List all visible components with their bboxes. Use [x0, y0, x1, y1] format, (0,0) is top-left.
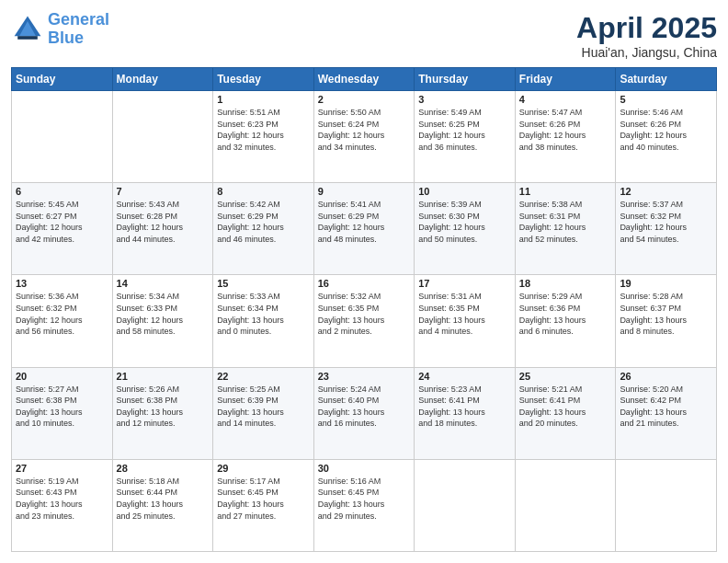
header-saturday: Saturday: [616, 68, 717, 91]
day-info: Sunrise: 5:42 AM Sunset: 6:29 PM Dayligh…: [217, 199, 310, 245]
day-number: 6: [16, 186, 108, 197]
day-number: 21: [117, 371, 210, 382]
day-info: Sunrise: 5:19 AM Sunset: 6:43 PM Dayligh…: [16, 476, 108, 522]
calendar-cell-w1-d6: 4Sunrise: 5:47 AM Sunset: 6:26 PM Daylig…: [515, 91, 616, 183]
calendar-cell-w2-d7: 12Sunrise: 5:37 AM Sunset: 6:32 PM Dayli…: [616, 183, 717, 275]
day-number: 26: [620, 371, 712, 382]
day-info: Sunrise: 5:31 AM Sunset: 6:35 PM Dayligh…: [418, 291, 511, 337]
calendar-cell-w4-d5: 24Sunrise: 5:23 AM Sunset: 6:41 PM Dayli…: [415, 367, 516, 459]
day-number: 22: [217, 371, 310, 382]
title-block: April 2025 Huai'an, Jiangsu, China: [576, 11, 717, 60]
day-number: 20: [16, 371, 108, 382]
day-info: Sunrise: 5:24 AM Sunset: 6:40 PM Dayligh…: [318, 384, 411, 430]
calendar-title: April 2025: [576, 11, 717, 45]
calendar-cell-w2-d1: 6Sunrise: 5:45 AM Sunset: 6:27 PM Daylig…: [12, 183, 113, 275]
calendar-cell-w4-d1: 20Sunrise: 5:27 AM Sunset: 6:38 PM Dayli…: [12, 367, 113, 459]
calendar-cell-w1-d3: 1Sunrise: 5:51 AM Sunset: 6:23 PM Daylig…: [213, 91, 314, 183]
day-info: Sunrise: 5:38 AM Sunset: 6:31 PM Dayligh…: [519, 199, 612, 245]
day-number: 16: [318, 278, 411, 289]
header-tuesday: Tuesday: [213, 68, 314, 91]
calendar-cell-w5-d7: [616, 459, 717, 551]
day-number: 28: [117, 463, 210, 474]
day-info: Sunrise: 5:28 AM Sunset: 6:37 PM Dayligh…: [620, 291, 712, 337]
calendar-cell-w2-d5: 10Sunrise: 5:39 AM Sunset: 6:30 PM Dayli…: [415, 183, 516, 275]
day-number: 2: [318, 94, 411, 105]
page: General Blue April 2025 Huai'an, Jiangsu…: [0, 0, 728, 563]
calendar-cell-w1-d4: 2Sunrise: 5:50 AM Sunset: 6:24 PM Daylig…: [313, 91, 415, 183]
calendar-cell-w5-d6: [515, 459, 616, 551]
logo: General Blue: [11, 11, 109, 48]
day-info: Sunrise: 5:36 AM Sunset: 6:32 PM Dayligh…: [16, 291, 108, 337]
day-info: Sunrise: 5:21 AM Sunset: 6:41 PM Dayligh…: [519, 384, 612, 430]
week-row-1: 1Sunrise: 5:51 AM Sunset: 6:23 PM Daylig…: [12, 91, 717, 183]
day-info: Sunrise: 5:20 AM Sunset: 6:42 PM Dayligh…: [620, 384, 712, 430]
day-info: Sunrise: 5:18 AM Sunset: 6:44 PM Dayligh…: [117, 476, 210, 522]
calendar-cell-w4-d3: 22Sunrise: 5:25 AM Sunset: 6:39 PM Dayli…: [213, 367, 314, 459]
header-wednesday: Wednesday: [313, 68, 415, 91]
calendar-cell-w3-d6: 18Sunrise: 5:29 AM Sunset: 6:36 PM Dayli…: [515, 275, 616, 367]
day-info: Sunrise: 5:25 AM Sunset: 6:39 PM Dayligh…: [217, 384, 310, 430]
calendar-cell-w3-d4: 16Sunrise: 5:32 AM Sunset: 6:35 PM Dayli…: [313, 275, 415, 367]
day-number: 7: [117, 186, 210, 197]
day-number: 18: [519, 278, 612, 289]
day-number: 27: [16, 463, 108, 474]
calendar-cell-w3-d5: 17Sunrise: 5:31 AM Sunset: 6:35 PM Dayli…: [415, 275, 516, 367]
day-number: 13: [16, 278, 108, 289]
header-monday: Monday: [112, 68, 213, 91]
calendar-cell-w5-d5: [415, 459, 516, 551]
calendar-cell-w3-d7: 19Sunrise: 5:28 AM Sunset: 6:37 PM Dayli…: [616, 275, 717, 367]
svg-rect-2: [17, 36, 38, 40]
calendar-cell-w2-d4: 9Sunrise: 5:41 AM Sunset: 6:29 PM Daylig…: [313, 183, 415, 275]
day-info: Sunrise: 5:47 AM Sunset: 6:26 PM Dayligh…: [519, 107, 612, 153]
calendar-subtitle: Huai'an, Jiangsu, China: [576, 45, 717, 60]
day-number: 4: [519, 94, 612, 105]
calendar-cell-w2-d3: 8Sunrise: 5:42 AM Sunset: 6:29 PM Daylig…: [213, 183, 314, 275]
day-number: 12: [620, 186, 712, 197]
calendar-cell-w5-d4: 30Sunrise: 5:16 AM Sunset: 6:45 PM Dayli…: [313, 459, 415, 551]
day-number: 15: [217, 278, 310, 289]
day-info: Sunrise: 5:49 AM Sunset: 6:25 PM Dayligh…: [418, 107, 511, 153]
calendar-cell-w5-d2: 28Sunrise: 5:18 AM Sunset: 6:44 PM Dayli…: [112, 459, 213, 551]
week-row-2: 6Sunrise: 5:45 AM Sunset: 6:27 PM Daylig…: [12, 183, 717, 275]
day-info: Sunrise: 5:46 AM Sunset: 6:26 PM Dayligh…: [620, 107, 712, 153]
day-info: Sunrise: 5:43 AM Sunset: 6:28 PM Dayligh…: [117, 199, 210, 245]
day-number: 11: [519, 186, 612, 197]
day-info: Sunrise: 5:50 AM Sunset: 6:24 PM Dayligh…: [318, 107, 411, 153]
header-friday: Friday: [515, 68, 616, 91]
header-thursday: Thursday: [415, 68, 516, 91]
day-info: Sunrise: 5:29 AM Sunset: 6:36 PM Dayligh…: [519, 291, 612, 337]
calendar-cell-w4-d4: 23Sunrise: 5:24 AM Sunset: 6:40 PM Dayli…: [313, 367, 415, 459]
day-info: Sunrise: 5:45 AM Sunset: 6:27 PM Dayligh…: [16, 199, 108, 245]
day-number: 24: [418, 371, 511, 382]
day-info: Sunrise: 5:16 AM Sunset: 6:45 PM Dayligh…: [318, 476, 411, 522]
day-number: 9: [318, 186, 411, 197]
calendar-cell-w2-d6: 11Sunrise: 5:38 AM Sunset: 6:31 PM Dayli…: [515, 183, 616, 275]
day-number: 29: [217, 463, 310, 474]
week-row-3: 13Sunrise: 5:36 AM Sunset: 6:32 PM Dayli…: [12, 275, 717, 367]
day-number: 8: [217, 186, 310, 197]
calendar-cell-w3-d2: 14Sunrise: 5:34 AM Sunset: 6:33 PM Dayli…: [112, 275, 213, 367]
day-number: 19: [620, 278, 712, 289]
logo-general: General: [48, 10, 109, 29]
calendar-cell-w1-d2: [112, 91, 213, 183]
day-number: 3: [418, 94, 511, 105]
calendar-cell-w4-d6: 25Sunrise: 5:21 AM Sunset: 6:41 PM Dayli…: [515, 367, 616, 459]
calendar-table: Sunday Monday Tuesday Wednesday Thursday…: [11, 67, 717, 552]
day-info: Sunrise: 5:39 AM Sunset: 6:30 PM Dayligh…: [418, 199, 511, 245]
header: General Blue April 2025 Huai'an, Jiangsu…: [11, 11, 717, 60]
calendar-cell-w5-d1: 27Sunrise: 5:19 AM Sunset: 6:43 PM Dayli…: [12, 459, 113, 551]
calendar-cell-w4-d2: 21Sunrise: 5:26 AM Sunset: 6:38 PM Dayli…: [112, 367, 213, 459]
day-info: Sunrise: 5:32 AM Sunset: 6:35 PM Dayligh…: [318, 291, 411, 337]
day-number: 14: [117, 278, 210, 289]
calendar-cell-w1-d5: 3Sunrise: 5:49 AM Sunset: 6:25 PM Daylig…: [415, 91, 516, 183]
day-number: 10: [418, 186, 511, 197]
logo-text: General Blue: [48, 11, 109, 48]
calendar-cell-w3-d3: 15Sunrise: 5:33 AM Sunset: 6:34 PM Dayli…: [213, 275, 314, 367]
logo-icon: [11, 13, 44, 46]
weekday-header-row: Sunday Monday Tuesday Wednesday Thursday…: [12, 68, 717, 91]
header-sunday: Sunday: [12, 68, 113, 91]
day-number: 30: [318, 463, 411, 474]
day-info: Sunrise: 5:23 AM Sunset: 6:41 PM Dayligh…: [418, 384, 511, 430]
week-row-5: 27Sunrise: 5:19 AM Sunset: 6:43 PM Dayli…: [12, 459, 717, 551]
day-info: Sunrise: 5:26 AM Sunset: 6:38 PM Dayligh…: [117, 384, 210, 430]
